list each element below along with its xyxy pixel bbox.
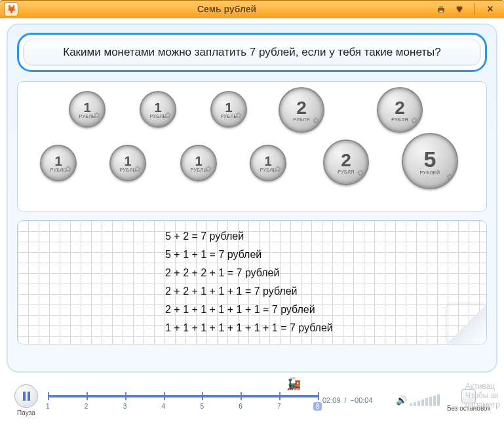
time-elapsed: 02:09 [322, 396, 341, 404]
pause-label: Пауза [7, 409, 46, 416]
coin-1[interactable]: 1РУБЛЬ [210, 91, 247, 128]
coin-value: 1 [225, 101, 232, 114]
coin-sublabel: РУБЛЬ [220, 114, 237, 119]
coin-sublabel: РУБЛЬ [79, 114, 95, 119]
page-curl-icon [447, 305, 486, 344]
coin-sublabel: РУБЛЬ [190, 168, 206, 172]
coin-2[interactable]: 2РУБЛЯ [323, 139, 369, 185]
main-stage: Какими монетами можно заплатить 7 рублей… [7, 24, 497, 373]
coin-1[interactable]: 1РУБЛЬ [180, 145, 217, 181]
train-icon: 🚂 [286, 377, 301, 391]
pause-button[interactable] [14, 384, 38, 408]
coin-sublabel: РУБЛЯ [391, 117, 408, 122]
coin-value: 2 [296, 99, 307, 117]
stops-column: Без остановок [440, 389, 497, 412]
answer-line: 2 + 1 + 1 + 1 + 1 + 1 = 7 рублей [165, 301, 333, 319]
pause-column: Пауза [7, 384, 46, 416]
stops-button[interactable] [461, 389, 476, 403]
coin-value: 5 [424, 148, 436, 170]
volume-icon[interactable]: 🔊 [396, 395, 407, 405]
coin-value: 1 [83, 101, 90, 114]
print-icon[interactable] [435, 3, 447, 15]
app-logo: 🦊 [4, 2, 18, 16]
favorite-icon[interactable]: ♥ [454, 3, 465, 15]
coin-2[interactable]: 2РУБЛЯ [377, 87, 423, 133]
window-title: Семь рублей [18, 4, 435, 14]
svg-rect-1 [439, 6, 443, 8]
coin-sublabel: РУБЛЬ [50, 168, 66, 172]
svg-rect-2 [439, 10, 443, 12]
answer-line: 5 + 1 + 1 = 7 рублей [165, 246, 333, 264]
timeline-mark-label: 5 [200, 403, 204, 410]
timeline-mark-label: 6 [239, 403, 242, 410]
time-remaining: −00:04 [351, 396, 373, 404]
time-and-volume: 02:09 / −00:04 [322, 396, 395, 404]
coin-1[interactable]: 1РУБЛЬ [250, 145, 286, 181]
coin-sublabel: РУБЛЯ [293, 117, 310, 122]
coin-1[interactable]: 1РУБЛЬ [140, 91, 176, 128]
answer-line: 2 + 2 + 2 + 1 = 7 рублей [165, 264, 333, 282]
stops-label: Без остановок [440, 405, 497, 412]
coin-value: 2 [395, 99, 405, 117]
coin-value: 1 [195, 155, 202, 168]
answer-line: 5 + 2 = 7 рублей [165, 227, 333, 246]
timeline-mark-label: 4 [162, 403, 166, 410]
coin-sublabel: РУБЛЬ [119, 168, 136, 172]
titlebar-controls: ♥ × [435, 3, 504, 15]
coins-panel: 1РУБЛЬ1РУБЛЬ1РУБЛЬ2РУБЛЯ2РУБЛЯ1РУБЛЬ1РУБ… [17, 81, 487, 212]
answer-line: 2 + 2 + 1 + 1 + 1 = 7 рублей [165, 282, 333, 301]
answers-list: 5 + 2 = 7 рублей5 + 1 + 1 = 7 рублей2 + … [165, 227, 333, 337]
coin-1[interactable]: 1РУБЛЬ [40, 145, 77, 181]
timeline-mark-label: 7 [277, 403, 281, 410]
coin-value: 1 [54, 155, 62, 168]
timeline[interactable]: 12345678 🚂 [48, 387, 319, 413]
answer-line: 1 + 1 + 1 + 1 + 1 + 1 + 1 = 7 рублей [165, 319, 333, 337]
playback-controls: Пауза 12345678 🚂 02:09 / −00:04 🔊 Без ос… [7, 379, 497, 421]
timeline-mark-label: 8 [313, 402, 322, 411]
question-text: Какими монетами можно заплатить 7 рублей… [23, 39, 481, 66]
close-icon[interactable]: × [484, 3, 496, 15]
coin-sublabel: РУБЛЬ [149, 114, 166, 119]
coin-1[interactable]: 1РУБЛЬ [109, 145, 146, 181]
titlebar-divider [475, 3, 475, 15]
timeline-mark-label: 1 [46, 403, 50, 410]
coin-sublabel: РУБЛЕЙ [420, 170, 440, 175]
coin-sublabel: РУБЛЬ [260, 168, 276, 172]
question-frame: Какими монетами можно заплатить 7 рублей… [17, 33, 487, 72]
timeline-ticks: 12345678 [48, 392, 319, 400]
coin-value: 1 [264, 155, 271, 168]
coin-5[interactable]: 5РУБЛЕЙ [402, 133, 458, 189]
answers-panel: 5 + 2 = 7 рублей5 + 1 + 1 = 7 рублей2 + … [17, 220, 487, 344]
coin-value: 1 [124, 155, 131, 168]
volume-bars[interactable] [410, 394, 440, 406]
coin-2[interactable]: 2РУБЛЯ [279, 87, 324, 133]
time-divider: / [345, 396, 347, 404]
timeline-mark-label: 2 [85, 403, 88, 410]
coin-1[interactable]: 1РУБЛЬ [69, 91, 106, 128]
timeline-mark-label: 3 [123, 403, 127, 410]
coin-sublabel: РУБЛЯ [338, 170, 355, 174]
coin-value: 2 [341, 151, 351, 170]
coin-value: 1 [154, 101, 161, 114]
title-bar: 🦊 Семь рублей ♥ × [0, 0, 504, 18]
